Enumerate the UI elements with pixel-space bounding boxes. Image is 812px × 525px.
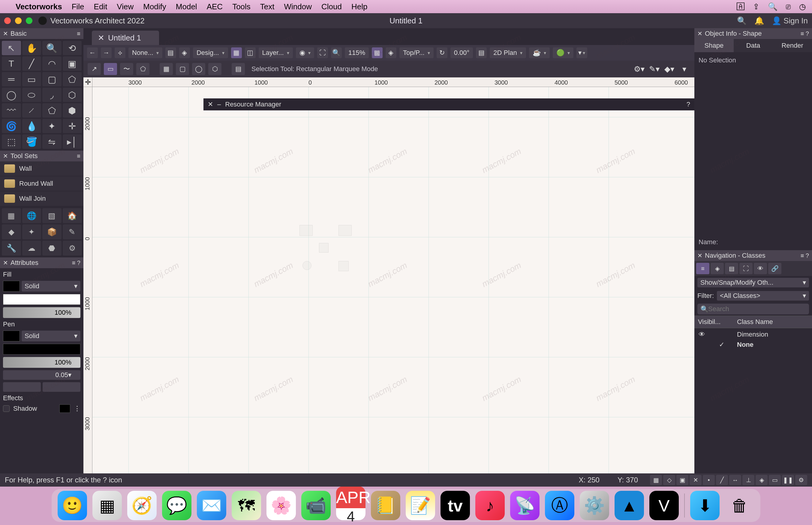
tab-shape[interactable]: Shape (694, 39, 734, 52)
line-tool[interactable]: ╱ (22, 56, 41, 71)
rounded-rect-tool[interactable]: ▢ (42, 72, 61, 86)
mode-lasso[interactable]: 〜 (120, 63, 133, 75)
fill-fore-swatch[interactable] (3, 281, 20, 291)
render-dropdown-icon[interactable]: ▤ (476, 47, 487, 58)
data-viz-dropdown[interactable]: 🟢 (553, 47, 573, 58)
dock-launchpad[interactable]: ▦ (92, 491, 122, 520)
nav-back-button[interactable]: ← (87, 47, 98, 58)
standard-views-dropdown[interactable]: Top/P... (400, 47, 434, 58)
nav-sheet-layers-tab[interactable]: ▤ (725, 263, 738, 274)
locus-tool[interactable]: ✛ (63, 119, 82, 133)
resource-manager-header[interactable]: ✕ – Resource Manager ? (204, 99, 694, 110)
close-icon[interactable]: ✕ (3, 259, 8, 266)
visibility-eye-icon[interactable]: 👁 (698, 331, 705, 339)
zoom-field[interactable]: 115% (345, 47, 369, 58)
attribute-mapping-tool[interactable]: ▸│ (63, 134, 82, 149)
sign-in-button[interactable]: 👤 Sign In (772, 16, 808, 26)
layer-stack-icon[interactable]: ◈ (179, 47, 190, 58)
nav-row[interactable]: ✓ None (694, 340, 812, 350)
layer-plane-icon[interactable]: ▦ (231, 47, 242, 58)
nav-table-header[interactable]: Visibil... Class Name (694, 316, 812, 328)
dock-photos[interactable]: 🌸 (267, 491, 296, 520)
nav-visibility-dropdown[interactable]: Show/Snap/Modify Oth...▾ (697, 278, 809, 287)
rectangle-tool[interactable]: ▭ (22, 72, 41, 86)
mode-rect-marquee[interactable]: ▭ (104, 63, 117, 75)
menu-tools[interactable]: Tools (232, 2, 251, 11)
close-window-button[interactable] (4, 17, 11, 24)
dock-music[interactable]: ♪ (475, 491, 505, 520)
dock-tv[interactable]: tv (440, 491, 470, 520)
fill-color-swatch[interactable] (3, 294, 80, 305)
close-icon[interactable]: ✕ (697, 30, 703, 37)
dock-calendar[interactable]: APR4 (336, 491, 365, 520)
nav-fwd-button[interactable]: → (101, 47, 111, 58)
toolset-icon[interactable]: 🔧 (2, 241, 21, 256)
navigation-header[interactable]: ✕ Navigation - Classes ≡ ? (694, 250, 812, 261)
fill-type-dropdown[interactable]: Solid▾ (21, 281, 80, 291)
drawing-surface[interactable] (92, 87, 694, 486)
control-center-icon[interactable]: ⎚ (786, 2, 791, 11)
mirror-tool[interactable]: ⇋ (42, 134, 61, 149)
pen-type-dropdown[interactable]: Solid▾ (21, 331, 80, 341)
mode-prefs[interactable]: ▤ (232, 63, 245, 75)
multiview-icon[interactable]: ◈ (386, 47, 396, 58)
toolset-round-wall[interactable]: Round Wall (0, 176, 84, 191)
mode-wall-insert[interactable]: ▦ (160, 63, 173, 75)
snap-smart-edge-icon[interactable]: ╱ (716, 475, 728, 485)
ruler-vertical[interactable]: 2000 1000 0 1000 2000 3000 (84, 87, 92, 486)
menu-view[interactable]: View (117, 2, 134, 11)
polygon-2d-tool[interactable]: ⬠ (63, 72, 82, 86)
double-polygon-tool[interactable]: ⬠ (42, 103, 61, 118)
toolsets-palette-header[interactable]: ✕ Tool Sets ≡ (0, 151, 84, 161)
pen-color-swatch[interactable] (3, 344, 80, 355)
palette-menu-icon[interactable]: ≡ (77, 30, 80, 37)
nav-row[interactable]: 👁 Dimension (694, 329, 812, 340)
zoom-window-button[interactable] (26, 17, 32, 24)
polygon-3d-tool[interactable]: ⬢ (63, 103, 82, 118)
double-line-tool[interactable]: ═ (2, 72, 21, 86)
mode-1[interactable]: ↗ (88, 63, 101, 75)
shadow-checkbox[interactable] (3, 405, 10, 412)
clock-icon[interactable]: ◷ (799, 2, 806, 11)
close-icon[interactable]: ✕ (208, 101, 213, 108)
toolset-icon[interactable]: 🌐 (22, 208, 41, 223)
ruler-origin[interactable]: ✛ (84, 77, 92, 87)
menu-modify[interactable]: Modify (143, 2, 166, 11)
class-options-icon[interactable]: ▤ (165, 47, 176, 58)
drawing-object[interactable] (339, 225, 352, 236)
quarter-arc-tool[interactable]: ◞ (42, 88, 61, 102)
dock-messages[interactable]: 💬 (162, 491, 192, 520)
toolset-icon[interactable]: ☁ (22, 241, 41, 256)
drawing-canvas[interactable]: ✛ 3000 2000 1000 0 1000 2000 3000 4000 5… (84, 77, 694, 486)
fit-objects-icon[interactable]: 🔍 (331, 47, 342, 58)
plan-rotation-field[interactable]: 0.00° (450, 47, 473, 58)
nav-saved-views-tab[interactable]: 👁 (754, 263, 767, 274)
dock-vectorworks[interactable]: V (649, 491, 679, 520)
shadow-options-icon[interactable]: ⋮ (74, 405, 80, 412)
rotate-plan-icon[interactable]: ↻ (437, 47, 447, 58)
app-menu[interactable]: Vectorworks (16, 2, 62, 11)
arc-tool[interactable]: ◠ (42, 56, 61, 71)
flyover-tool[interactable]: ⟲ (63, 41, 82, 55)
line-end-marker[interactable] (43, 382, 80, 392)
palette-menu-icon[interactable]: ≡ ? (801, 30, 809, 37)
saved-views-icon[interactable]: ⟡ (115, 47, 125, 58)
eyedropper-tool[interactable]: 💧 (22, 119, 41, 133)
oval-tool[interactable]: ⬭ (22, 88, 41, 102)
toolset-icon[interactable]: ◆ (2, 224, 21, 239)
star-tool[interactable]: ✦ (42, 119, 61, 133)
toolset-icon[interactable]: ⚙ (63, 241, 82, 256)
drawing-object[interactable] (302, 261, 312, 270)
toolset-icon[interactable]: 📦 (42, 224, 61, 239)
snap-object-icon[interactable]: ◇ (663, 475, 675, 485)
nav-search-input[interactable] (697, 304, 809, 314)
oip-header[interactable]: ✕ Object Info - Shape ≡ ? (694, 28, 812, 39)
dock-maps[interactable]: 🗺 (232, 491, 261, 520)
notifications-icon[interactable]: 🔔 (754, 16, 764, 26)
design-layer-dropdown[interactable]: Desig... (193, 47, 228, 58)
dock-appstore[interactable]: Ⓐ (545, 491, 574, 520)
regular-polygon-tool[interactable]: ⬡ (63, 88, 82, 102)
spiral-tool[interactable]: 🌀 (2, 119, 21, 133)
close-icon[interactable]: ✕ (98, 33, 104, 43)
toolset-icon[interactable]: ⬣ (42, 241, 61, 256)
